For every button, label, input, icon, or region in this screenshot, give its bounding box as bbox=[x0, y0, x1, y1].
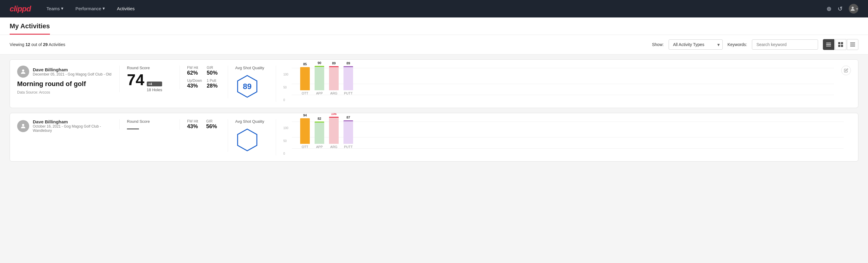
svg-rect-7 bbox=[841, 45, 843, 47]
bar-ott bbox=[300, 67, 310, 90]
updown-stat: Up/Down 43% bbox=[187, 79, 202, 89]
bar-value-app: 90 bbox=[318, 61, 321, 65]
bar-label-app: APP bbox=[316, 91, 323, 95]
viewing-count-text: Viewing 12 out of 29 Activities bbox=[10, 42, 647, 47]
grid-view-button[interactable] bbox=[835, 39, 846, 50]
refresh-icon[interactable]: ↺ bbox=[838, 5, 843, 12]
svg-rect-9 bbox=[850, 43, 855, 44]
hexagon-wrapper: 89 bbox=[235, 74, 259, 98]
svg-rect-10 bbox=[850, 45, 855, 46]
stat-grid: FW Hit 62% GIR 50% Up/Down 43% 1 Putt 28… bbox=[187, 66, 220, 89]
score-row: 74 +4 18 Holes bbox=[127, 72, 172, 92]
round-score-label: Round Score bbox=[127, 119, 172, 124]
activity-date: October 16, 2021 - Gog Magog Golf Club -… bbox=[33, 124, 112, 133]
card-left: Dave Billingham October 16, 2021 - Gog M… bbox=[17, 119, 119, 135]
one-putt-stat: 1 Putt 28% bbox=[207, 79, 220, 89]
bar-label-putt: PUTT bbox=[344, 91, 353, 95]
card-stats: FW Hit 62% GIR 50% Up/Down 43% 1 Putt 28… bbox=[180, 66, 228, 89]
show-label: Show: bbox=[652, 42, 664, 47]
user-row: Dave Billingham October 16, 2021 - Gog M… bbox=[17, 119, 112, 133]
nav-performance[interactable]: Performance ▾ bbox=[74, 0, 106, 18]
activity-type-select[interactable]: All Activity Types bbox=[669, 39, 723, 50]
score-value: 74 bbox=[127, 72, 144, 88]
hexagon: 89 bbox=[235, 74, 259, 98]
svg-point-0 bbox=[851, 7, 854, 9]
navbar: clippd Teams ▾ Performance ▾ Activities … bbox=[0, 0, 868, 18]
activity-card: Dave Billingham December 05, 2021 - Gog … bbox=[10, 59, 858, 108]
bar-label-ott: OTT bbox=[302, 91, 308, 95]
card-quality: Avg Shot Quality bbox=[228, 119, 276, 152]
fw-hit-stat: FW Hit 43% bbox=[187, 119, 202, 130]
score-badge: +4 bbox=[147, 82, 162, 86]
svg-rect-2 bbox=[826, 44, 831, 45]
add-icon[interactable]: ⊕ bbox=[827, 5, 832, 12]
page-header: My Activities bbox=[0, 18, 868, 35]
svg-rect-3 bbox=[826, 46, 831, 46]
score-dash bbox=[127, 128, 139, 129]
user-info: Dave Billingham October 16, 2021 - Gog M… bbox=[33, 119, 112, 133]
nav-activities[interactable]: Activities bbox=[116, 0, 136, 18]
bar-putt bbox=[343, 66, 353, 90]
gir-stat: GIR 56% bbox=[206, 119, 221, 130]
activity-card: Dave Billingham October 16, 2021 - Gog M… bbox=[10, 113, 858, 162]
hexagon-score: 89 bbox=[243, 82, 252, 91]
bar-value-ott: 85 bbox=[303, 62, 307, 66]
holes-text: 18 Holes bbox=[147, 88, 162, 92]
search-input[interactable] bbox=[752, 39, 818, 50]
svg-rect-1 bbox=[826, 43, 831, 43]
user-name: Dave Billingham bbox=[33, 67, 111, 72]
activity-title: Morning round of golf bbox=[17, 80, 112, 88]
user-name: Dave Billingham bbox=[33, 119, 112, 124]
y-axis-labels: 100 50 0 bbox=[283, 66, 288, 102]
bar-arg bbox=[329, 66, 339, 90]
round-score-label: Round Score bbox=[127, 66, 172, 70]
card-score: Round Score 74 +4 18 Holes bbox=[119, 66, 180, 92]
list-view-button[interactable] bbox=[823, 39, 834, 50]
keywords-label: Keywords: bbox=[727, 42, 747, 47]
bar-value-putt: 89 bbox=[346, 61, 350, 65]
chevron-down-icon: ▾ bbox=[102, 6, 105, 11]
toolbar: Viewing 12 out of 29 Activities Show: Al… bbox=[0, 35, 868, 55]
view-toggle-group bbox=[823, 39, 858, 50]
user-info: Dave Billingham December 05, 2021 - Gog … bbox=[33, 67, 111, 77]
svg-rect-6 bbox=[838, 45, 840, 47]
edit-button[interactable] bbox=[841, 66, 851, 75]
chevron-down-icon: ▾ bbox=[61, 6, 63, 11]
card-chart: 100 50 0 94 OTT 82 APP bbox=[276, 119, 851, 155]
svg-rect-5 bbox=[841, 42, 843, 44]
card-stats: FW Hit 43% GIR 56% bbox=[180, 119, 228, 130]
activity-date: December 05, 2021 - Gog Magog Golf Club … bbox=[33, 72, 111, 77]
gir-stat: GIR 50% bbox=[207, 66, 220, 76]
svg-rect-11 bbox=[850, 46, 855, 47]
svg-marker-15 bbox=[238, 129, 257, 151]
svg-rect-8 bbox=[850, 42, 855, 43]
svg-point-12 bbox=[22, 69, 24, 71]
svg-point-14 bbox=[22, 124, 24, 126]
page-title: My Activities bbox=[10, 22, 50, 35]
avg-shot-quality-label: Avg Shot Quality bbox=[235, 66, 265, 70]
user-row: Dave Billingham December 05, 2021 - Gog … bbox=[17, 66, 112, 78]
activities-list: Dave Billingham December 05, 2021 - Gog … bbox=[0, 55, 868, 171]
logo[interactable]: clippd bbox=[10, 4, 31, 13]
avg-shot-quality-label: Avg Shot Quality bbox=[235, 119, 265, 124]
data-source: Data Source: Arccos bbox=[17, 90, 112, 94]
bar-label-arg: ARG bbox=[330, 91, 337, 95]
bar-app bbox=[315, 66, 324, 90]
activity-type-select-wrapper[interactable]: All Activity Types bbox=[669, 39, 723, 50]
hexagon-wrapper bbox=[235, 128, 259, 152]
stat-grid: FW Hit 43% GIR 56% bbox=[187, 119, 220, 130]
fw-hit-stat: FW Hit 62% bbox=[187, 66, 202, 76]
compact-view-button[interactable] bbox=[847, 39, 858, 50]
card-chart: 100 50 0 85 OTT bbox=[276, 66, 841, 102]
svg-rect-4 bbox=[838, 42, 840, 44]
user-avatar[interactable]: ▾ bbox=[849, 4, 858, 13]
y-axis-labels: 100 50 0 bbox=[283, 119, 288, 155]
card-left: Dave Billingham December 05, 2021 - Gog … bbox=[17, 66, 119, 94]
bar-value-arg: 89 bbox=[332, 61, 336, 65]
card-quality: Avg Shot Quality 89 bbox=[228, 66, 276, 98]
card-score: Round Score bbox=[119, 119, 180, 129]
avatar bbox=[17, 120, 29, 132]
avatar bbox=[17, 66, 29, 78]
nav-teams[interactable]: Teams ▾ bbox=[45, 0, 65, 18]
hexagon bbox=[235, 128, 259, 152]
